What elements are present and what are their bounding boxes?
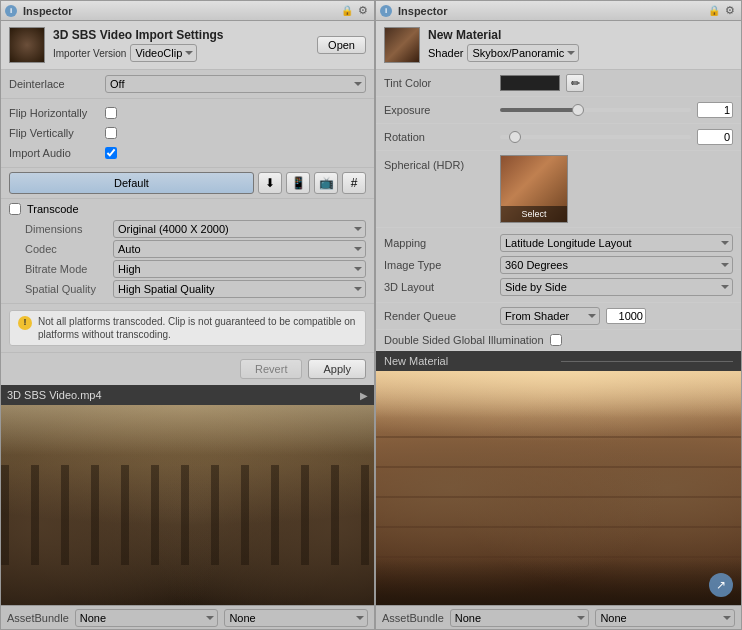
flip-horizontal-row: Flip Horizontally bbox=[9, 103, 366, 123]
warning-text: Not all platforms transcoded. Clip is no… bbox=[38, 315, 357, 341]
double-sided-checkbox[interactable] bbox=[550, 334, 562, 346]
image-type-select[interactable]: 360 Degrees bbox=[500, 256, 733, 274]
bitrate-select[interactable]: High bbox=[113, 260, 366, 278]
codec-select[interactable]: Auto bbox=[113, 240, 366, 258]
right-panel-header: i Inspector 🔒 ⚙ bbox=[376, 1, 741, 21]
shader-label: Shader bbox=[428, 47, 463, 59]
image-type-label: Image Type bbox=[384, 259, 494, 271]
codec-label: Codec bbox=[25, 243, 107, 255]
warning-box: ! Not all platforms transcoded. Clip is … bbox=[9, 310, 366, 346]
right-asset-bundle-label: AssetBundle bbox=[382, 612, 444, 624]
dimensions-row: Dimensions Original (4000 X 2000) bbox=[9, 219, 366, 239]
flip-vertical-checkbox[interactable] bbox=[105, 127, 117, 139]
select-btn-text[interactable]: Select bbox=[521, 209, 546, 219]
importer-title-block: 3D SBS Video Import Settings Importer Ve… bbox=[53, 28, 309, 62]
right-asset-bundle-select1[interactable]: None bbox=[450, 609, 590, 627]
platform-tv-btn[interactable]: 📺 bbox=[314, 172, 338, 194]
importer-header: 3D SBS Video Import Settings Importer Ve… bbox=[1, 21, 374, 70]
double-sided-row: Double Sided Global Illumination bbox=[376, 330, 741, 351]
importer-subtitle: Importer Version VideoClip bbox=[53, 44, 309, 62]
render-queue-value[interactable] bbox=[606, 308, 646, 324]
preview-header-line bbox=[561, 361, 734, 362]
layout-3d-label: 3D Layout bbox=[384, 281, 494, 293]
tint-color-swatch[interactable] bbox=[500, 75, 560, 91]
transcode-section: Transcode Dimensions Original (4000 X 20… bbox=[1, 199, 374, 304]
import-audio-row: Import Audio bbox=[9, 143, 366, 163]
material-thumbnail bbox=[384, 27, 420, 63]
left-preview-area: 3D SBS Video.mp4 ▶ AssetBundle None None bbox=[1, 385, 374, 629]
revert-button[interactable]: Revert bbox=[240, 359, 302, 379]
importer-thumbnail bbox=[9, 27, 45, 63]
shader-select[interactable]: Skybox/Panoramic bbox=[467, 44, 579, 62]
flip-vertical-label: Flip Vertically bbox=[9, 127, 99, 139]
left-asset-bundle-label: AssetBundle bbox=[7, 612, 69, 624]
platform-phone-btn[interactable]: 📱 bbox=[286, 172, 310, 194]
inspector-icon-right: i bbox=[380, 5, 392, 17]
left-asset-bundle-select1[interactable]: None bbox=[75, 609, 219, 627]
video-preview bbox=[1, 405, 374, 605]
flip-section: Flip Horizontally Flip Vertically Import… bbox=[1, 99, 374, 168]
render-queue-select[interactable]: From Shader bbox=[500, 307, 600, 325]
image-type-row: Image Type 360 Degrees bbox=[384, 254, 733, 276]
video-content bbox=[1, 405, 374, 605]
transcode-header: Transcode bbox=[9, 203, 366, 215]
render-queue-label: Render Queue bbox=[384, 310, 494, 322]
deinterlace-section: Deinterlace Off bbox=[1, 70, 374, 99]
left-asset-bundle-select2[interactable]: None bbox=[224, 609, 368, 627]
apply-button[interactable]: Apply bbox=[308, 359, 366, 379]
left-content: 3D SBS Video Import Settings Importer Ve… bbox=[1, 21, 374, 629]
video-preview-header: 3D SBS Video.mp4 ▶ bbox=[1, 385, 374, 405]
material-preview: ↗ bbox=[376, 371, 741, 605]
platform-default-btn[interactable]: Default bbox=[9, 172, 254, 194]
lock-icon-right[interactable]: 🔒 bbox=[707, 4, 721, 18]
gear-icon-right[interactable]: ⚙ bbox=[723, 4, 737, 18]
import-audio-checkbox[interactable] bbox=[105, 147, 117, 159]
rotation-label: Rotation bbox=[384, 131, 494, 143]
exposure-label: Exposure bbox=[384, 104, 494, 116]
platform-row: Default ⬇ 📱 📺 # bbox=[1, 168, 374, 199]
left-upper: 3D SBS Video Import Settings Importer Ve… bbox=[1, 21, 374, 385]
layout-3d-select[interactable]: Side by Side bbox=[500, 278, 733, 296]
right-panel-title: Inspector bbox=[398, 5, 703, 17]
right-preview-area: New Material ↗ AssetBundle None None bbox=[376, 351, 741, 629]
rotation-slider[interactable] bbox=[500, 135, 691, 139]
spatial-select[interactable]: High Spatial Quality bbox=[113, 280, 366, 298]
codec-row: Codec Auto bbox=[9, 239, 366, 259]
lock-icon-left[interactable]: 🔒 bbox=[340, 4, 354, 18]
render-queue-row: Render Queue From Shader bbox=[376, 303, 741, 330]
exposure-value[interactable] bbox=[697, 102, 733, 118]
platform-download-btn[interactable]: ⬇ bbox=[258, 172, 282, 194]
exposure-row: Exposure bbox=[384, 99, 733, 121]
video-filename: 3D SBS Video.mp4 bbox=[7, 389, 356, 401]
inspector-icon-left: i bbox=[5, 5, 17, 17]
left-panel: i Inspector 🔒 ⚙ 3D SBS Video Import Sett… bbox=[0, 0, 375, 630]
double-sided-label: Double Sided Global Illumination bbox=[384, 334, 544, 346]
right-asset-bundle-select2[interactable]: None bbox=[595, 609, 735, 627]
deinterlace-row: Deinterlace Off bbox=[9, 74, 366, 94]
preview-arrow: ▶ bbox=[360, 390, 368, 401]
gear-icon-left[interactable]: ⚙ bbox=[356, 4, 370, 18]
platform-web-btn[interactable]: # bbox=[342, 172, 366, 194]
tint-color-row: Tint Color ✏ bbox=[384, 72, 733, 94]
mapping-select[interactable]: Latitude Longitude Layout bbox=[500, 234, 733, 252]
importer-version-label: Importer Version bbox=[53, 48, 126, 59]
flip-horizontal-checkbox[interactable] bbox=[105, 107, 117, 119]
rotation-slider-container bbox=[500, 135, 691, 139]
tint-color-label: Tint Color bbox=[384, 77, 494, 89]
eyedropper-button[interactable]: ✏ bbox=[566, 74, 584, 92]
exposure-slider-container bbox=[500, 108, 691, 112]
deinterlace-select[interactable]: Off bbox=[105, 75, 366, 93]
right-asset-bundle-row: AssetBundle None None bbox=[376, 605, 741, 629]
rotation-value[interactable] bbox=[697, 129, 733, 145]
open-button[interactable]: Open bbox=[317, 36, 366, 54]
importer-version-select[interactable]: VideoClip bbox=[130, 44, 197, 62]
exposure-slider[interactable] bbox=[500, 108, 691, 112]
bitrate-label: Bitrate Mode bbox=[25, 263, 107, 275]
right-panel: i Inspector 🔒 ⚙ New Material Shader Skyb… bbox=[375, 0, 742, 630]
dimensions-select[interactable]: Original (4000 X 2000) bbox=[113, 220, 366, 238]
material-preview-title: New Material bbox=[384, 355, 557, 367]
warning-icon: ! bbox=[18, 316, 32, 330]
transcode-checkbox[interactable] bbox=[9, 203, 21, 215]
left-panel-title: Inspector bbox=[23, 5, 336, 17]
vr-badge[interactable]: ↗ bbox=[709, 573, 733, 597]
